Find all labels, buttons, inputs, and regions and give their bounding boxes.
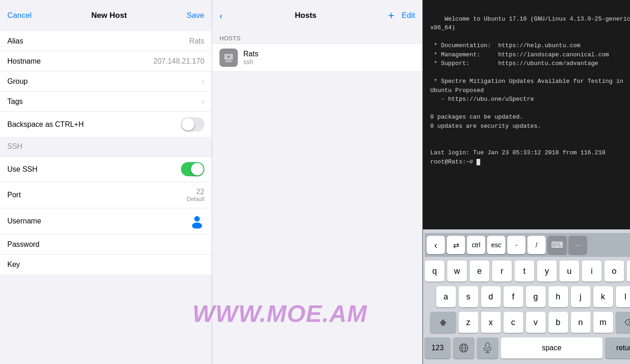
key-c[interactable]: c (504, 312, 523, 333)
space-label: space (542, 344, 562, 352)
key-r[interactable]: r (492, 261, 512, 282)
ssh-section-header: SSH (0, 137, 212, 157)
keyboard-row-1: q w e r t y u i o p (425, 261, 630, 282)
key-d[interactable]: d (481, 286, 501, 307)
key-p[interactable]: p (627, 261, 630, 282)
backspace-row[interactable]: Backspace as CTRL+H (0, 112, 212, 137)
host-info-rats: Rats ssh (243, 50, 415, 65)
port-default-label: Default (187, 196, 204, 202)
username-row[interactable]: Username (0, 208, 212, 234)
key-m[interactable]: m (593, 312, 613, 333)
username-label: Username (7, 217, 41, 225)
keyboard-bottom-row: 123 space (425, 337, 630, 359)
password-label: Password (7, 240, 39, 249)
svg-marker-6 (439, 319, 447, 326)
new-host-title: New Host (91, 11, 126, 20)
keyboard-container: ‹ ⇄ ctrl esc - / ⌨ ··· q w e r t y u i o… (423, 229, 630, 364)
new-host-navbar: Cancel New Host Save (0, 0, 212, 31)
more-key[interactable]: ··· (569, 236, 587, 254)
hosts-list: Rats ssh (212, 43, 422, 72)
key-u[interactable]: u (559, 261, 579, 282)
group-chevron-icon: › (202, 77, 204, 86)
new-host-panel: Cancel New Host Save Alias Rats Hostname… (0, 0, 212, 364)
alias-row[interactable]: Alias Rats (0, 31, 212, 51)
host-item-rats[interactable]: Rats ssh (212, 44, 422, 71)
slash-key[interactable]: / (527, 236, 546, 254)
key-f[interactable]: f (504, 286, 523, 307)
key-k[interactable]: k (593, 286, 613, 307)
terminal-output[interactable]: Welcome to Ubuntu 17.10 (GNU/Linux 4.13.… (423, 0, 630, 229)
key-v[interactable]: v (526, 312, 546, 333)
use-ssh-toggle[interactable] (181, 162, 204, 176)
esc-key[interactable]: esc (487, 236, 505, 254)
microphone-key[interactable] (477, 337, 498, 359)
svg-rect-4 (225, 61, 232, 62)
alias-label: Alias (7, 37, 23, 45)
key-q[interactable]: q (425, 261, 444, 282)
key-w[interactable]: w (447, 261, 467, 282)
key-g[interactable]: g (526, 286, 546, 307)
port-value-container: 22 Default (187, 188, 204, 202)
special-key[interactable]: ⇄ (447, 236, 465, 254)
key-a[interactable]: a (436, 286, 456, 307)
shift-key[interactable] (430, 312, 456, 333)
basic-section: Alias Rats Hostname 207.148.21.170 Group… (0, 31, 212, 137)
key-x[interactable]: x (481, 312, 501, 333)
cancel-button[interactable]: Cancel (7, 11, 32, 20)
globe-icon (458, 342, 469, 353)
key-h[interactable]: h (548, 286, 568, 307)
hosts-back-button[interactable]: ‹ (219, 11, 224, 21)
dash-key[interactable]: - (507, 236, 526, 254)
tags-label: Tags (7, 98, 23, 106)
svg-point-5 (228, 56, 230, 58)
backspace-toggle[interactable] (181, 117, 204, 131)
group-row[interactable]: Group › (0, 71, 212, 92)
ctrl-key[interactable]: ctrl (467, 236, 485, 254)
key-l[interactable]: l (616, 286, 630, 307)
key-s[interactable]: s (459, 286, 478, 307)
add-host-button[interactable]: + (388, 9, 394, 22)
use-ssh-row[interactable]: Use SSH (0, 157, 212, 182)
hosts-panel: ‹ Hosts + Edit HOSTS Rats ssh (212, 0, 422, 364)
hostname-label: Hostname (7, 57, 41, 65)
globe-key[interactable] (453, 337, 474, 359)
hostname-row[interactable]: Hostname 207.148.21.170 (0, 51, 212, 71)
return-key[interactable]: return (605, 337, 630, 359)
password-row[interactable]: Password (0, 234, 212, 255)
keyboard-icon-key[interactable]: ⌨ (548, 236, 567, 254)
host-avatar-rats (219, 49, 238, 67)
svg-rect-3 (226, 60, 231, 61)
back-key[interactable]: ‹ (427, 236, 445, 254)
key-row[interactable]: Key (0, 255, 212, 275)
key-i[interactable]: i (582, 261, 602, 282)
hosts-navbar: ‹ Hosts + Edit (212, 0, 422, 31)
use-ssh-label: Use SSH (7, 165, 38, 174)
backspace-label: Backspace as CTRL+H (7, 120, 84, 129)
user-icon (190, 214, 204, 228)
keyboard-row-2: a s d f g h j k l (425, 286, 630, 307)
alias-value: Rats (189, 37, 204, 45)
port-row[interactable]: Port 22 Default (0, 182, 212, 208)
toggle-knob (191, 163, 203, 175)
save-button[interactable]: Save (186, 11, 204, 20)
key-z[interactable]: z (459, 312, 478, 333)
key-b[interactable]: b (548, 312, 568, 333)
numbers-key[interactable]: 123 (425, 337, 450, 359)
tags-row[interactable]: Tags › (0, 92, 212, 112)
key-n[interactable]: n (571, 312, 591, 333)
toggle-knob (182, 118, 194, 130)
delete-key[interactable] (616, 312, 630, 333)
space-key[interactable]: space (501, 337, 603, 359)
tags-chevron-icon: › (202, 98, 204, 106)
host-protocol-rats: ssh (243, 58, 415, 65)
key-o[interactable]: o (604, 261, 624, 282)
key-j[interactable]: j (571, 286, 591, 307)
svg-point-1 (192, 223, 202, 228)
edit-hosts-button[interactable]: Edit (402, 11, 415, 20)
key-y[interactable]: y (537, 261, 557, 282)
key-e[interactable]: e (470, 261, 489, 282)
key-t[interactable]: t (515, 261, 534, 282)
delete-icon (624, 317, 630, 327)
port-number: 22 (187, 188, 204, 196)
ssh-section: Use SSH Port 22 Default Username (0, 157, 212, 275)
